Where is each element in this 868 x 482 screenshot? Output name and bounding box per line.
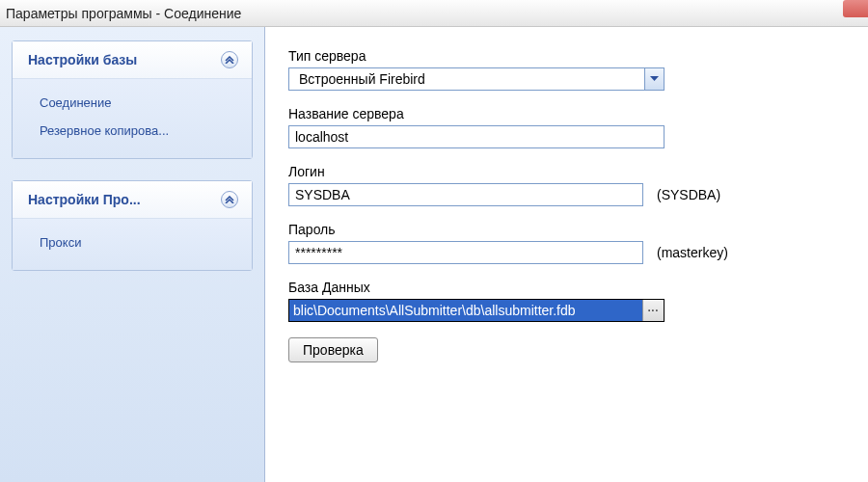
close-button-fragment[interactable] — [843, 0, 868, 17]
sidebar-item-connection[interactable]: Соединение — [13, 89, 252, 117]
field-actions: Проверка — [288, 337, 860, 362]
browse-button[interactable]: ··· — [642, 300, 664, 321]
input-server-name[interactable] — [288, 125, 665, 148]
label-database: База Данных — [288, 280, 860, 295]
hint-login: (SYSDBA) — [657, 187, 720, 202]
field-database: База Данных blic\Documents\AllSubmitter\… — [288, 280, 860, 322]
hint-password: (masterkey) — [657, 245, 728, 260]
panel-header-pro[interactable]: Настройки Про... — [13, 181, 252, 219]
label-server-name: Название сервера — [288, 106, 860, 121]
panel-header-database[interactable]: Настройки базы — [13, 41, 252, 79]
field-password: Пароль (masterkey) — [288, 222, 860, 264]
input-login[interactable] — [288, 183, 643, 206]
collapse-button[interactable] — [221, 191, 238, 208]
window-titlebar: Параметры программы - Соединение — [0, 0, 868, 27]
panel-body: Прокси — [13, 219, 252, 270]
label-password: Пароль — [288, 222, 860, 237]
main-content: Тип сервера Встроенный Firebird Название… — [265, 27, 868, 482]
select-server-type[interactable]: Встроенный Firebird — [288, 67, 665, 91]
sidebar: Настройки базы Соединение Резервное копи… — [0, 27, 265, 482]
sidebar-item-backup[interactable]: Резервное копирова... — [13, 117, 252, 145]
field-login: Логин (SYSDBA) — [288, 164, 860, 206]
main-container: Настройки базы Соединение Резервное копи… — [0, 27, 868, 482]
panel-pro-settings: Настройки Про... Прокси — [12, 180, 253, 271]
panel-database-settings: Настройки базы Соединение Резервное копи… — [12, 40, 253, 159]
label-server-type: Тип сервера — [288, 48, 860, 64]
sidebar-item-proxy[interactable]: Прокси — [13, 228, 252, 256]
chevron-up-icon — [225, 196, 234, 203]
panel-title: Настройки Про... — [28, 192, 141, 207]
input-password[interactable] — [288, 241, 643, 264]
chevron-down-icon — [650, 76, 659, 82]
field-server-type: Тип сервера Встроенный Firebird — [288, 48, 860, 91]
panel-title: Настройки базы — [28, 52, 137, 67]
field-server-name: Название сервера — [288, 106, 860, 148]
select-value: Встроенный Firebird — [295, 71, 425, 87]
window-title: Параметры программы - Соединение — [6, 6, 241, 21]
input-database-path[interactable]: blic\Documents\AllSubmitter\db\allsubmit… — [289, 300, 642, 321]
dropdown-arrow — [644, 68, 664, 90]
collapse-button[interactable] — [221, 51, 238, 68]
panel-body: Соединение Резервное копирова... — [13, 79, 252, 158]
label-login: Логин — [288, 164, 860, 179]
check-button[interactable]: Проверка — [288, 337, 378, 362]
database-path-box: blic\Documents\AllSubmitter\db\allsubmit… — [288, 299, 665, 322]
chevron-up-icon — [225, 56, 234, 64]
